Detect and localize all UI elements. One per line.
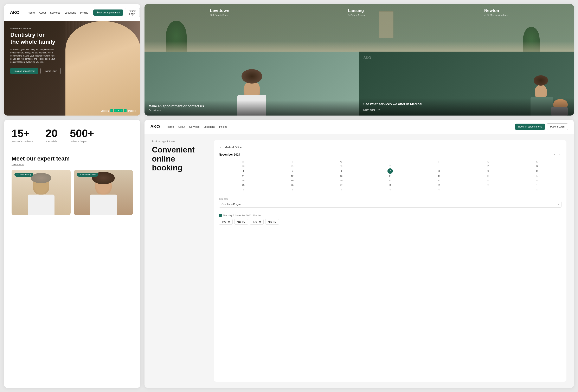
cal-header-t1: T [268,160,317,164]
cal-cell-2-3[interactable]: 14 [366,174,415,178]
nav-book-button[interactable]: Book an appointment [93,9,123,16]
cal-cell-1-1[interactable]: 5 [268,168,317,174]
city-newton-address: 4102 Morningview Lane [484,14,508,16]
cal-cell-3-1[interactable]: 19 [268,178,317,183]
cities-list: Levittown 303 Google Street Lansing 342 … [144,8,574,16]
cal-cell-2-2[interactable]: 13 [317,174,366,178]
cal-cell-4-1[interactable]: 26 [268,183,317,187]
trustpilot-label: Excellent [101,110,109,112]
doctor-anna-badge: Dr. Anna Whitmore [77,173,98,176]
panel-booking: AKO Home About Services Locations Pricin… [144,120,574,388]
booking-nav-home[interactable]: Home [167,125,174,128]
cal-cell-0-6[interactable]: 3 [513,164,562,168]
cal-cell-1-4[interactable]: 8 [415,168,464,174]
doctor-card-peter[interactable]: Dr. Peter Malloy [11,170,71,215]
booking-nav-pricing[interactable]: Pricing [219,125,228,128]
booking-nav-about[interactable]: About [178,125,185,128]
cal-cell-1-5[interactable]: 9 [464,168,513,174]
booking-content: Book an appointment Convenient online bo… [144,134,574,388]
panel-locations: Levittown 303 Google Street Lansing 342 … [144,4,574,116]
cal-cell-1-3[interactable]: 7 [366,168,415,174]
timeslot-0[interactable]: 4:00 PM [219,219,233,225]
timeslot-1[interactable]: 4:15 PM [234,219,248,225]
arrow-right-icon: → [377,108,381,111]
booking-nav-login-button[interactable]: Patient Login [547,123,568,130]
timeslot-2[interactable]: 4:30 PM [250,219,264,225]
loc-card-contact-overlay: Make an appointment or contact us Get in… [144,100,359,116]
hero-description: At Medical, your well-being and comprehe… [10,48,56,64]
cal-cell-1-2[interactable]: 6 [317,168,366,174]
trustpilot-brand: Trustpilot [128,110,136,112]
cal-header-w: W [317,160,366,164]
calendar-prev-button[interactable]: ‹ [553,152,557,157]
city-levittown-name: Levittown [210,8,229,13]
booking-nav: AKO Home About Services Locations Pricin… [144,120,574,134]
timezone-label: Time zone [219,198,562,200]
cal-header-s2: S [513,160,562,164]
nav-login-button[interactable]: Patient Login [125,8,140,17]
cal-cell-2-1[interactable]: 12 [268,174,317,178]
timezone-value: Czechia – Prague [222,203,241,206]
city-lansing-name: Lansing [348,8,366,13]
cal-cell-3-4[interactable]: 22 [415,178,464,183]
city-lansing-address: 342 John Avenue [348,14,366,16]
cal-cell-4-3[interactable]: 28 [366,183,415,187]
timeslot-3[interactable]: 4:45 PM [265,219,279,225]
stats-row: 15+ years of experience 20 specialists 5… [4,120,140,149]
stat-experience: 15+ years of experience [11,128,33,143]
loc-card-contact[interactable]: Make an appointment or contact us Get in… [144,52,359,116]
cal-cell-2-4[interactable]: 15 [415,174,464,178]
nav-about[interactable]: About [39,11,46,14]
cal-cell-5-5: 7 [464,187,513,192]
cal-cell-0-5[interactable]: 2 [464,164,513,168]
booking-nav-book-button[interactable]: Book an appointment [515,124,545,130]
calendar-next-button[interactable]: › [558,152,562,157]
hero-login-button[interactable]: Patient Login [41,68,61,74]
cal-cell-1-0[interactable]: 4 [219,168,268,174]
cal-cell-3-6: 24 [513,178,562,183]
booking-calendar-panel: ‹ Medical Office November 2024 ‹ › [214,140,567,382]
cal-cell-3-0[interactable]: 18 [219,178,268,183]
cal-cell-4-0[interactable]: 25 [219,183,268,187]
loc-card-contact-subtitle: Get in touch [149,109,355,111]
hero-book-button[interactable]: Book an appointment [10,68,38,74]
booking-logo: AKO [150,124,160,129]
nav-locations[interactable]: Locations [64,11,76,14]
cal-cell-3-3[interactable]: 21 [366,178,415,183]
cal-cell-2-0[interactable]: 11 [219,174,268,178]
nav-services[interactable]: Services [50,11,60,14]
cal-cell-1-6[interactable]: 10 [513,168,562,174]
cal-cell-0-4[interactable]: 1 [415,164,464,168]
cal-cell-0-1: 29 [268,164,317,168]
cal-cell-4-6: 1 [513,183,562,187]
back-arrow-icon[interactable]: ‹ [219,145,223,149]
loc-card-services[interactable]: AKO See what services we offer in Medica… [359,52,574,116]
loc-card-services-title: See what services we offer in Medical [363,102,570,106]
trustpilot-bar: Excellent ★ ★ ★ ★ ★ Trustpilot [101,109,136,112]
hero-image: Welcome at Medical Dentistry for the who… [4,21,140,116]
loc-card-services-overlay: See what services we offer in Medical Le… [359,98,574,116]
cal-cell-4-4[interactable]: 29 [415,183,464,187]
cal-cell-4-2[interactable]: 27 [317,183,366,187]
cal-cell-5-1: 3 [268,187,317,192]
team-title: Meet our expert team [11,155,133,162]
loc-card-services-learn-more[interactable]: Learn more [363,109,375,111]
booking-nav-locations[interactable]: Locations [203,125,215,128]
calendar-nav: ‹ › [553,152,562,157]
cal-cell-2-5: 16 [464,174,513,178]
nav-home[interactable]: Home [28,11,35,14]
cal-cell-0-3: 31 [366,164,415,168]
timezone-select[interactable]: Czechia – Prague ▾ [219,201,562,208]
cal-cell-5-6: 8 [513,187,562,192]
doctor-peter-photo [11,170,71,215]
booking-nav-links: Home About Services Locations Pricing [167,125,510,128]
doctor-card-anna[interactable]: Dr. Anna Whitmore [74,170,133,215]
booking-nav-services[interactable]: Services [189,125,200,128]
cal-cell-3-5: 23 [464,178,513,183]
team-section: Meet our expert team Learn more Dr. [4,149,140,388]
star-1: ★ [110,109,113,112]
cal-header-m: M [219,160,268,164]
cal-cell-3-2[interactable]: 20 [317,178,366,183]
nav-pricing[interactable]: Pricing [80,11,88,14]
team-learn-more[interactable]: Learn more [11,163,133,166]
